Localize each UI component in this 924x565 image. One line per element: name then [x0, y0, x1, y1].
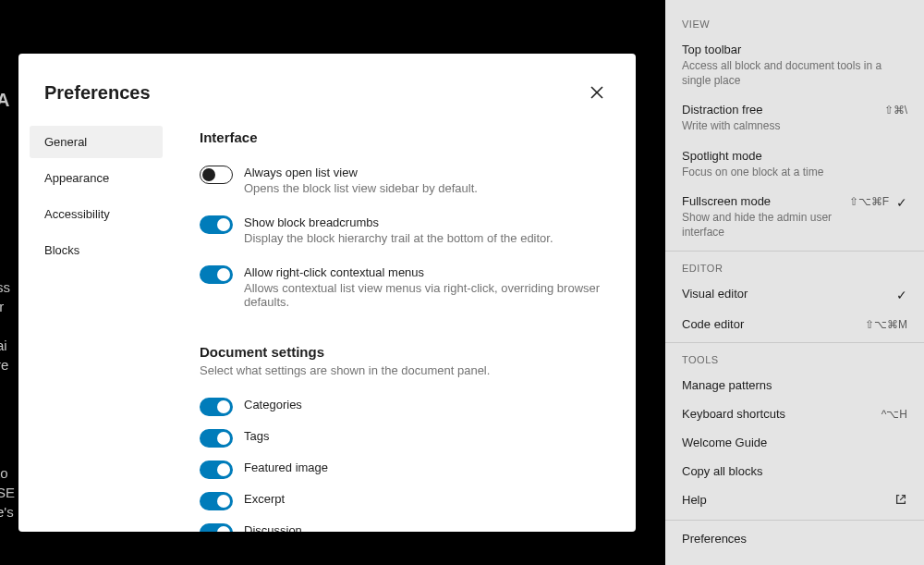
menu-item[interactable]: Manage patterns: [665, 371, 924, 399]
menu-item-desc: Write with calmness: [682, 118, 877, 133]
option-row: Tags: [200, 424, 610, 455]
tab-appearance[interactable]: Appearance: [30, 162, 163, 194]
menu-section-title: VIEW: [665, 11, 924, 35]
option-label: Featured image: [244, 461, 328, 474]
menu-item[interactable]: Copy all blocks: [665, 457, 924, 485]
option-desc: Allows contextual list view menus via ri…: [244, 281, 610, 309]
check-icon: ✓: [896, 194, 907, 210]
option-label: Categories: [244, 398, 302, 411]
option-label: Show block breadcrumbs: [244, 215, 553, 229]
option-row: Categories: [200, 392, 610, 424]
option-row: Featured image: [200, 455, 610, 486]
section-title: Interface: [200, 129, 610, 145]
option-row: Allow right-click contextual menusAllows…: [200, 260, 610, 324]
menu-item-label: Preferences: [682, 532, 907, 546]
tab-general[interactable]: General: [30, 126, 163, 158]
menu-item[interactable]: Spotlight modeFocus on one block at a ti…: [665, 141, 924, 187]
menu-item-label: Welcome Guide: [682, 436, 907, 449]
option-row: Always open list viewOpens the block lis…: [200, 160, 610, 210]
menu-item-label: Visual editor: [682, 287, 889, 301]
tab-blocks[interactable]: Blocks: [30, 234, 163, 266]
menu-item[interactable]: Fullscreen modeShow and hide the admin u…: [665, 187, 924, 247]
menu-item-shortcut: ⇧⌥⌘M: [865, 317, 907, 331]
menu-item-desc: Show and hide the admin user interface: [682, 210, 842, 240]
menu-item-shortcut: ^⌥H: [881, 407, 907, 421]
menu-item[interactable]: Help: [665, 485, 924, 516]
toggle-switch[interactable]: [200, 265, 233, 284]
close-icon: [589, 84, 605, 101]
option-label: Allow right-click contextual menus: [244, 265, 610, 279]
menu-section-title: TOOLS: [665, 347, 924, 371]
menu-item-label: Help: [682, 493, 887, 507]
toggle-switch[interactable]: [200, 166, 233, 184]
option-row: Show block breadcrumbsDisplay the block …: [200, 210, 610, 260]
toggle-switch[interactable]: [200, 215, 233, 234]
menu-item-label: Fullscreen mode: [682, 194, 842, 208]
section-desc: Select what settings are shown in the do…: [200, 363, 610, 377]
close-button[interactable]: [584, 80, 610, 105]
menu-item[interactable]: Code editor⇧⌥⌘M: [665, 310, 924, 338]
menu-item[interactable]: Welcome Guide: [665, 428, 924, 457]
option-label: Tags: [244, 429, 269, 443]
bg-text: e's: [0, 501, 14, 523]
modal-content: InterfaceAlways open list viewOpens the …: [174, 105, 636, 532]
toggle-switch[interactable]: [200, 492, 233, 510]
menu-item[interactable]: Visual editor✓: [665, 279, 924, 310]
section-title: Document settings: [200, 344, 610, 360]
bg-text: ir: [0, 296, 4, 318]
menu-item-label: Code editor: [682, 317, 857, 331]
menu-item-label: Distraction free: [682, 103, 877, 117]
menu-item-label: Manage patterns: [682, 378, 907, 392]
bg-text: A: [0, 85, 9, 115]
option-desc: Display the block hierarchy trail at the…: [244, 231, 553, 245]
menu-item-shortcut: ⇧⌥⌘F: [849, 194, 889, 208]
menu-item-label: Copy all blocks: [682, 464, 907, 478]
toggle-switch[interactable]: [200, 461, 233, 479]
menu-section-title: EDITOR: [665, 255, 924, 279]
modal-title: Preferences: [44, 82, 151, 104]
toggle-switch[interactable]: [200, 398, 233, 416]
menu-item-desc: Focus on one block at a time: [682, 165, 907, 179]
preferences-modal: Preferences GeneralAppearanceAccessibili…: [18, 54, 636, 532]
menu-item-shortcut: ⇧⌘\: [884, 103, 907, 117]
option-row: Discussion: [200, 518, 610, 532]
menu-item[interactable]: Distraction freeWrite with calmness⇧⌘\: [665, 95, 924, 141]
menu-item-desc: Access all block and document tools in a…: [682, 58, 907, 88]
option-label: Discussion: [244, 523, 302, 532]
check-icon: ✓: [896, 287, 907, 302]
option-desc: Opens the block list view sidebar by def…: [244, 181, 478, 195]
menu-item[interactable]: Top toolbarAccess all block and document…: [665, 35, 924, 95]
bg-text: re: [0, 354, 8, 376]
options-menu: VIEWTop toolbarAccess all block and docu…: [665, 0, 924, 565]
toggle-switch[interactable]: [200, 523, 233, 532]
menu-item-label: Top toolbar: [682, 43, 907, 56]
option-row: Excerpt: [200, 486, 610, 518]
tab-accessibility[interactable]: Accessibility: [30, 198, 163, 230]
menu-item-label: Keyboard shortcuts: [682, 407, 874, 421]
menu-item[interactable]: Keyboard shortcuts^⌥H: [665, 399, 924, 428]
modal-tabs: GeneralAppearanceAccessibilityBlocks: [18, 105, 174, 532]
external-icon: [894, 493, 907, 509]
option-label: Always open list view: [244, 166, 478, 179]
option-label: Excerpt: [244, 492, 285, 506]
menu-item-label: Spotlight mode: [682, 149, 907, 163]
menu-item[interactable]: Preferences: [665, 524, 924, 553]
toggle-switch[interactable]: [200, 429, 233, 448]
